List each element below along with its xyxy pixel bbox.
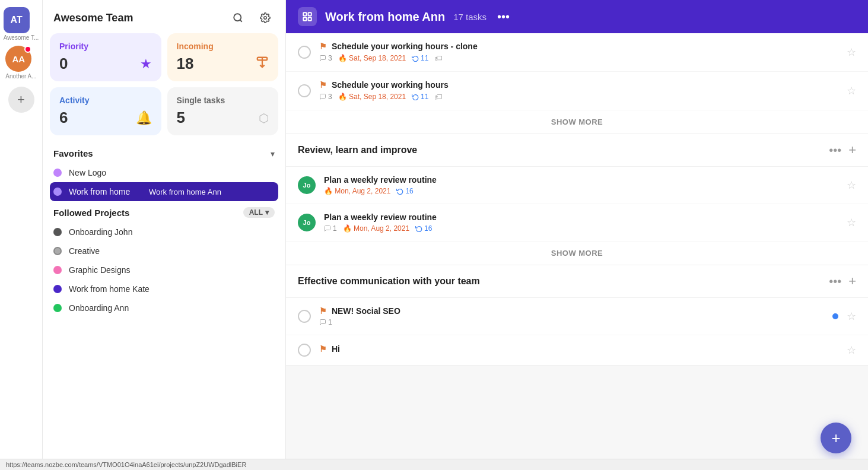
tooltip-work-from-home: Work from home Ann [142, 184, 228, 200]
table-row[interactable]: ⚑ NEW! Social SEO 1 ☆ [286, 298, 868, 335]
project-dot [53, 304, 62, 312]
table-row[interactable]: ⚑ Schedule your working hours - clone 3 … [286, 33, 868, 72]
star-button[interactable]: ☆ [847, 344, 856, 357]
task-meta: 🔥 Mon, Aug 2, 2021 16 [324, 187, 838, 195]
project-dot [53, 285, 62, 293]
due-date: 🔥 Sat, Sep 18, 2021 [338, 54, 406, 62]
section-name: Review, learn and improve [298, 145, 417, 155]
task-meta: 1 [319, 318, 824, 326]
due-date: 🔥 Mon, Aug 2, 2021 [343, 224, 409, 233]
svg-rect-7 [303, 18, 306, 21]
star-button[interactable]: ☆ [847, 310, 856, 323]
star-button[interactable]: ☆ [847, 179, 856, 192]
due-date: 🔥 Mon, Aug 2, 2021 [324, 187, 390, 195]
user-label: Another A... [5, 73, 36, 80]
header-actions [228, 8, 275, 27]
priority-icon: ★ [140, 56, 152, 72]
settings-button[interactable] [256, 8, 275, 27]
svg-rect-8 [309, 18, 311, 21]
svg-rect-5 [303, 12, 306, 15]
task-section-1: ⚑ Schedule your working hours - clone 3 … [286, 33, 868, 134]
comment-count: 1 [319, 318, 332, 326]
show-more-button[interactable]: SHOW MORE [286, 242, 868, 265]
sidebar-item-work-from-home[interactable]: Work from home Work from home Ann [50, 182, 278, 201]
task-name: ⚑ Schedule your working hours - clone [319, 42, 838, 51]
cycles: 11 [412, 93, 428, 101]
sidebar-item-graphic-designs[interactable]: Graphic Designs [50, 261, 278, 280]
section-add-button[interactable]: + [848, 274, 856, 289]
sidebar-item-label: New Logo [69, 168, 106, 177]
svg-point-0 [234, 14, 241, 21]
avatar: Jo [298, 214, 316, 231]
url-bar: https://teams.nozbe.com/teams/VTMO01O4in… [0, 459, 868, 470]
project-dot [53, 188, 62, 196]
table-row[interactable]: Jo Plan a weekly review routine 1 🔥 Mon,… [286, 204, 868, 242]
comment-count: 3 [319, 54, 332, 62]
comment-count: 3 [319, 93, 332, 101]
activity-card[interactable]: Activity 6 🔔 [50, 87, 161, 135]
add-workspace-button[interactable]: + [8, 87, 34, 113]
due-date: 🔥 Sat, Sep 18, 2021 [338, 93, 406, 101]
favorites-title: Favorites [53, 148, 93, 158]
task-name: ⚑ NEW! Social SEO [319, 306, 824, 316]
section-more-button[interactable]: ••• [829, 275, 841, 288]
team-avatar[interactable]: AT [4, 7, 30, 33]
task-name: Plan a weekly review routine [324, 212, 838, 222]
add-task-fab[interactable]: + [821, 423, 851, 453]
task-checkbox[interactable] [298, 84, 311, 97]
task-checkbox[interactable] [298, 310, 311, 323]
section-header: Review, learn and improve ••• + [286, 134, 868, 167]
star-button[interactable]: ☆ [847, 46, 856, 59]
project-icon [298, 7, 317, 26]
sidebar-item-label: Creative [69, 246, 100, 256]
task-meta: 3 🔥 Sat, Sep 18, 2021 11 🏷 [319, 53, 838, 63]
stats-grid: Priority 0 ★ Incoming 18 Activity [43, 33, 285, 142]
user-avatar[interactable]: AA [5, 46, 31, 72]
task-checkbox[interactable] [298, 344, 311, 357]
table-row[interactable]: ⚑ Hi ☆ [286, 335, 868, 366]
sidebar-item-label: Work from home Kate [69, 284, 150, 294]
search-button[interactable] [228, 8, 247, 27]
all-filter-button[interactable]: ALL ▾ [243, 207, 275, 218]
project-dot [53, 247, 62, 255]
task-flag-icon: ⚑ [319, 306, 327, 316]
star-button[interactable]: ☆ [847, 84, 856, 97]
sidebar-item-onboarding-ann[interactable]: Onboarding Ann [50, 298, 278, 317]
table-row[interactable]: Jo Plan a weekly review routine 🔥 Mon, A… [286, 167, 868, 204]
show-more-button[interactable]: SHOW MORE [286, 110, 868, 134]
task-flag-icon: ⚑ [319, 80, 327, 90]
project-dot [53, 169, 62, 177]
cycles: 16 [396, 187, 413, 195]
sidebar-item-work-from-home-kate[interactable]: Work from home Kate [50, 280, 278, 298]
priority-count: 0 [59, 55, 68, 73]
sidebar-item-label: Graphic Designs [69, 265, 131, 275]
unread-dot [832, 313, 838, 319]
incoming-card[interactable]: Incoming 18 [167, 33, 279, 81]
sidebar-list: Favorites ▾ New Logo Work from home Work… [43, 142, 285, 470]
section-more-button[interactable]: ••• [829, 144, 841, 157]
star-button[interactable]: ☆ [847, 216, 856, 229]
single-tasks-card[interactable]: Single tasks 5 ⬡ [167, 87, 279, 135]
project-more-button[interactable]: ••• [497, 10, 510, 24]
incoming-icon [256, 56, 269, 72]
section-header: Effective communication with your team •… [286, 265, 868, 298]
sidebar-item-label: Work from home [69, 187, 130, 196]
task-section-2: Review, learn and improve ••• + Jo Plan … [286, 134, 868, 265]
task-list: ⚑ Schedule your working hours - clone 3 … [286, 33, 868, 470]
activity-icon: 🔔 [136, 110, 152, 126]
sidebar-item-new-logo[interactable]: New Logo [50, 163, 278, 182]
sidebar-item-creative[interactable]: Creative [50, 242, 278, 261]
workspace-switcher: AT Awesome T... AA Another A... + [0, 0, 43, 470]
activity-count: 6 [59, 109, 68, 127]
task-checkbox[interactable] [298, 46, 311, 59]
right-panel: Work from home Ann 17 tasks ••• ⚑ Schedu… [286, 0, 868, 470]
task-name: ⚑ Schedule your working hours [319, 80, 838, 90]
section-add-button[interactable]: + [848, 142, 856, 158]
task-flag-icon: ⚑ [319, 344, 327, 354]
task-meta: 1 🔥 Mon, Aug 2, 2021 16 [324, 224, 838, 233]
priority-card[interactable]: Priority 0 ★ [50, 33, 161, 81]
followed-title: Followed Projects [53, 208, 129, 218]
table-row[interactable]: ⚑ Schedule your working hours 3 🔥 Sat, S… [286, 72, 868, 110]
sidebar-item-onboarding-john[interactable]: Onboarding John [50, 223, 278, 242]
favorites-chevron[interactable]: ▾ [271, 149, 275, 158]
